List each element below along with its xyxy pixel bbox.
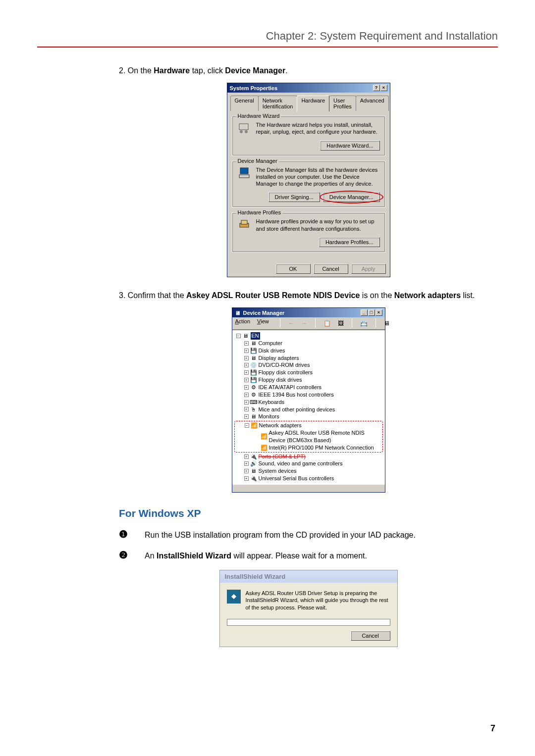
network-label: Network adapters [259, 422, 302, 429]
toolbar-properties-icon[interactable]: 📋 [323, 318, 331, 328]
step3-bold2: Network adapters [394, 291, 461, 300]
ishield-cancel-button[interactable]: Cancel [351, 631, 390, 641]
hw-wizard-icon [237, 121, 252, 135]
tree-item-label: Display adapters [259, 354, 299, 362]
devmgr-menubar: AActionction VViewiew ← → 📋 🖼 📇 🖥 [232, 317, 385, 330]
device-icon: 💾 [250, 347, 257, 354]
tab-general[interactable]: General [230, 96, 259, 111]
tree-item[interactable]: +⌨Keyboards [234, 399, 383, 406]
toolbar-scan-icon[interactable]: 🖼 [338, 318, 344, 328]
menu-action[interactable]: AActionction [235, 318, 251, 328]
tree-item-label: Mice and other pointing devices [259, 406, 335, 413]
xp-step-2: ❷ An InstallShield Wizard will appear. P… [119, 549, 498, 562]
expand-icon[interactable]: + [244, 393, 249, 397]
expand-icon[interactable]: + [244, 349, 249, 353]
tree-ports[interactable]: + 🔌 Ports (COM & LPT) [234, 453, 383, 460]
tree-item[interactable]: +💾Floppy disk drives [234, 376, 383, 384]
tab-advanced[interactable]: Advanced [356, 96, 389, 111]
tree-item-label: System devices [259, 467, 297, 475]
device-icon: 💾 [250, 377, 257, 384]
toolbar-forward-icon[interactable]: → [301, 318, 307, 328]
devmgr-statusbar [232, 484, 385, 492]
collapse-icon[interactable]: − [236, 334, 241, 338]
tree-network-adapters[interactable]: − 📶 Network adapters [235, 422, 382, 429]
step2-bold2: Device Manager [225, 66, 285, 75]
hardware-wizard-group: Hardware Wizard The Hardware wizard help… [232, 116, 385, 156]
sysprops-titlebar: System Properties ? × [227, 83, 390, 93]
step3-mid: is on the [360, 291, 394, 300]
expand-icon[interactable]: + [244, 454, 249, 459]
expand-icon[interactable]: + [244, 356, 249, 360]
help-button[interactable]: ? [373, 85, 380, 91]
driver-signing-button[interactable]: Driver Signing... [268, 192, 320, 202]
close-button[interactable]: × [380, 85, 387, 91]
tab-hardware[interactable]: Hardware [297, 96, 329, 111]
tree-item[interactable]: +🖥Display adapters [234, 354, 383, 362]
svg-rect-6 [241, 220, 247, 224]
tree-item[interactable]: +💿DVD/CD-ROM drives [234, 361, 383, 369]
step2-suffix: . [285, 66, 287, 75]
expand-icon[interactable]: + [244, 469, 249, 473]
device-icon: 🔊 [250, 460, 257, 467]
svg-rect-0 [239, 124, 248, 130]
network-adapter-icon: 📶 [261, 433, 268, 440]
collapse-icon[interactable]: − [245, 423, 249, 428]
minimize-button[interactable]: _ [361, 309, 368, 316]
hw-wizard-text: The Hardware wizard helps you install, u… [256, 121, 380, 136]
device-manager-button[interactable]: Device Manager... [323, 192, 380, 202]
maximize-button[interactable]: □ [368, 309, 375, 316]
expand-icon[interactable]: + [244, 370, 249, 375]
step-number-2-icon: ❷ [119, 549, 130, 562]
ports-icon: 🔌 [250, 453, 257, 460]
hardware-profiles-button[interactable]: Hardware Profiles... [319, 237, 380, 247]
cancel-button[interactable]: Cancel [314, 264, 348, 274]
devmgr-title: Device Manager [243, 310, 285, 316]
expand-icon[interactable]: + [244, 476, 249, 481]
tree-item[interactable]: +⚙IEEE 1394 Bus host controllers [234, 391, 383, 399]
hardware-wizard-button[interactable]: Hardware Wizard... [320, 141, 379, 151]
ishield-body-text: Askey ADSL Router USB Driver Setup is pr… [246, 590, 390, 611]
tree-item[interactable]: +🖥Monitors [234, 413, 383, 420]
expand-icon[interactable]: + [244, 378, 249, 382]
device-manager-window: 🖥 Device Manager _ □ × AActionction VVie… [232, 307, 385, 493]
root-label: EN [251, 332, 260, 340]
tree-item[interactable]: +🖥System devices [234, 467, 383, 475]
expand-icon[interactable]: + [244, 341, 249, 346]
step3-prefix: 3. Confirm that the [119, 291, 186, 300]
step-2-text: 2. On the Hardware tap, click Device Man… [119, 65, 498, 77]
dm-group-title: Device Manager [236, 158, 279, 164]
hwp-title: Hardware Profiles [236, 209, 282, 215]
system-properties-dialog: System Properties ? × General Network Id… [227, 83, 390, 277]
ok-button[interactable]: OK [276, 264, 311, 274]
tree-item[interactable]: +💾Disk drives [234, 347, 383, 354]
toolbar-back-icon[interactable]: ← [288, 318, 294, 328]
tree-item[interactable]: +⚙IDE ATA/ATAPI controllers [234, 384, 383, 391]
menu-view[interactable]: VViewiew [257, 318, 269, 328]
tree-root[interactable]: − 🖥 EN [234, 332, 383, 340]
tree-item[interactable]: +🖱Mice and other pointing devices [234, 406, 383, 413]
tree-item[interactable]: +🔊Sound, video and game controllers [234, 460, 383, 467]
close-button[interactable]: × [375, 309, 382, 316]
expand-icon[interactable]: + [244, 414, 249, 419]
tree-item[interactable]: +🖥Computer [234, 340, 383, 347]
expand-icon[interactable]: + [244, 461, 249, 466]
device-icon: 🔌 [250, 475, 257, 482]
svg-rect-4 [239, 175, 249, 178]
hardware-profiles-group: Hardware Profiles Hardware profiles prov… [232, 212, 385, 252]
tree-askey-device[interactable]: 📶 Askey ADSL Router USB Remote NDIS Devi… [235, 429, 382, 444]
expand-icon[interactable]: + [244, 385, 249, 390]
expand-icon[interactable]: + [244, 400, 249, 404]
tree-item-label: DVD/CD-ROM drives [259, 361, 310, 369]
tab-user-profiles[interactable]: User Profiles [329, 96, 356, 111]
tree-item-label: Sound, video and game controllers [259, 460, 343, 467]
tree-item[interactable]: +💾Floppy disk controllers [234, 369, 383, 376]
tab-network-id[interactable]: Network Identification [258, 96, 298, 111]
tree-item[interactable]: +🔌Universal Serial Bus controllers [234, 475, 383, 482]
expand-icon[interactable]: + [244, 363, 249, 367]
toolbar-extra-icon[interactable]: 🖥 [384, 318, 390, 328]
tree-item-label: Floppy disk drives [259, 376, 302, 384]
apply-button[interactable]: Apply [351, 264, 386, 274]
toolbar-refresh-icon[interactable]: 📇 [360, 318, 368, 328]
expand-icon[interactable]: + [244, 407, 249, 411]
tree-intel-device[interactable]: 📶 Intel(R) PRO/1000 PM Network Connectio… [235, 444, 382, 452]
